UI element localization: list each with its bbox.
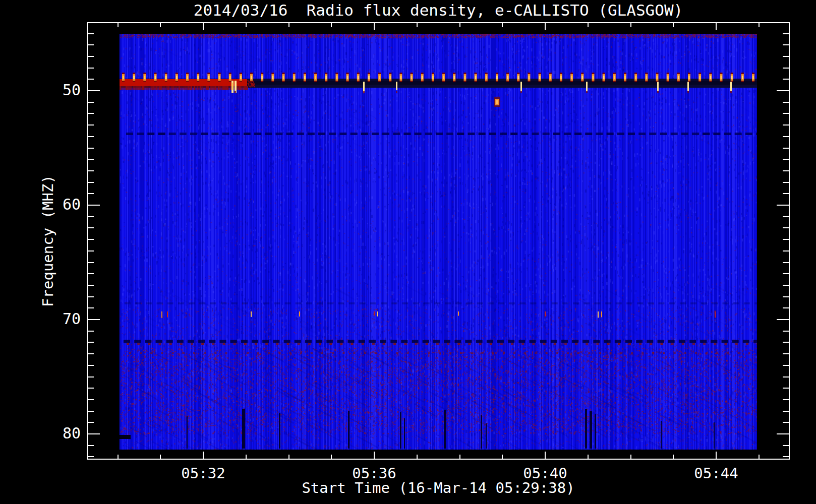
y-minor-tick xyxy=(87,227,94,228)
y-minor-tick xyxy=(87,216,94,217)
y-minor-tick-right xyxy=(783,307,790,308)
y-minor-tick-right xyxy=(783,148,790,149)
x-minor-tick xyxy=(630,455,631,460)
x-minor-tick-top xyxy=(673,22,674,27)
y-minor-tick-right xyxy=(783,262,790,263)
y-minor-tick-right xyxy=(783,353,790,354)
x-minor-tick xyxy=(673,455,674,460)
spectrogram-canvas xyxy=(120,34,757,450)
y-major-tick-right xyxy=(777,319,790,320)
y-minor-tick-right xyxy=(783,342,790,343)
y-major-tick xyxy=(87,90,100,91)
x-minor-tick-top xyxy=(331,22,332,27)
y-minor-tick-right xyxy=(783,273,790,274)
x-major-tick xyxy=(203,452,204,460)
x-minor-tick xyxy=(331,455,332,460)
spectrogram-app-window: 2014/03/16 Radio flux density, e-CALLIST… xyxy=(0,0,816,504)
x-minor-tick-top xyxy=(288,22,289,27)
y-minor-tick xyxy=(87,239,94,240)
y-minor-tick xyxy=(87,296,94,297)
y-major-tick-right xyxy=(777,90,790,91)
y-major-tick xyxy=(87,433,100,434)
x-minor-tick xyxy=(759,455,760,460)
y-minor-tick xyxy=(87,56,94,57)
y-minor-tick-right xyxy=(783,422,790,423)
y-minor-tick xyxy=(87,273,94,274)
y-tick-label: 60 xyxy=(40,196,81,213)
y-minor-tick xyxy=(87,113,94,114)
y-minor-tick-right xyxy=(783,456,790,457)
y-tick-label: 50 xyxy=(40,81,81,99)
x-minor-tick xyxy=(118,455,119,460)
y-minor-tick xyxy=(87,170,94,171)
y-minor-tick-right xyxy=(783,193,790,194)
y-minor-tick-right xyxy=(783,411,790,412)
y-minor-tick xyxy=(87,79,94,80)
x-major-tick xyxy=(545,452,546,460)
y-minor-tick-right xyxy=(783,376,790,377)
x-minor-tick-top xyxy=(160,22,161,27)
x-minor-tick xyxy=(502,455,503,460)
x-major-tick-top xyxy=(203,22,204,30)
x-major-tick xyxy=(374,452,375,460)
x-minor-tick xyxy=(417,455,418,460)
x-minor-tick-top xyxy=(459,22,460,27)
y-minor-tick-right xyxy=(783,296,790,297)
y-minor-tick-right xyxy=(783,33,790,34)
y-minor-tick xyxy=(87,68,94,69)
y-tick-label: 80 xyxy=(40,424,81,442)
y-minor-tick-right xyxy=(783,102,790,103)
x-minor-tick-top xyxy=(759,22,760,27)
y-minor-tick-right xyxy=(783,136,790,137)
y-minor-tick xyxy=(87,388,94,389)
y-minor-tick-right xyxy=(783,56,790,57)
y-minor-tick xyxy=(87,399,94,400)
x-axis-title: Start Time (16-Mar-14 05:29:38) xyxy=(87,479,790,496)
y-minor-tick xyxy=(87,136,94,137)
y-minor-tick xyxy=(87,422,94,423)
x-minor-tick xyxy=(288,455,289,460)
y-minor-tick xyxy=(87,262,94,263)
y-minor-tick xyxy=(87,182,94,183)
x-major-tick-top xyxy=(716,22,717,30)
y-minor-tick xyxy=(87,102,94,103)
y-minor-tick-right xyxy=(783,44,790,45)
x-minor-tick xyxy=(246,455,247,460)
y-minor-tick xyxy=(87,353,94,354)
y-major-tick-right xyxy=(777,205,790,206)
x-minor-tick-top xyxy=(246,22,247,27)
y-minor-tick-right xyxy=(783,239,790,240)
x-minor-tick-top xyxy=(588,22,589,27)
y-minor-tick-right xyxy=(783,331,790,332)
y-axis-title: Frequency (MHZ) xyxy=(39,175,56,307)
x-minor-tick-top xyxy=(417,22,418,27)
y-minor-tick-right xyxy=(783,285,790,286)
x-minor-tick-top xyxy=(118,22,119,27)
y-minor-tick xyxy=(87,250,94,251)
y-minor-tick-right xyxy=(783,445,790,446)
y-major-tick xyxy=(87,205,100,206)
y-minor-tick-right xyxy=(783,250,790,251)
x-minor-tick-top xyxy=(502,22,503,27)
y-minor-tick xyxy=(87,33,94,34)
plot-title: 2014/03/16 Radio flux density, e-CALLIST… xyxy=(87,1,790,19)
x-major-tick-top xyxy=(374,22,375,30)
y-minor-tick xyxy=(87,411,94,412)
x-minor-tick xyxy=(160,455,161,460)
y-minor-tick-right xyxy=(783,113,790,114)
y-minor-tick xyxy=(87,307,94,308)
x-major-tick-top xyxy=(545,22,546,30)
y-minor-tick xyxy=(87,44,94,45)
x-minor-tick-top xyxy=(630,22,631,27)
y-minor-tick xyxy=(87,376,94,377)
y-minor-tick-right xyxy=(783,365,790,366)
y-minor-tick xyxy=(87,456,94,457)
x-minor-tick xyxy=(459,455,460,460)
y-minor-tick xyxy=(87,342,94,343)
y-minor-tick-right xyxy=(783,68,790,69)
y-major-tick-right xyxy=(777,433,790,434)
y-major-tick xyxy=(87,319,100,320)
y-minor-tick-right xyxy=(783,159,790,160)
y-minor-tick-right xyxy=(783,399,790,400)
y-minor-tick xyxy=(87,193,94,194)
